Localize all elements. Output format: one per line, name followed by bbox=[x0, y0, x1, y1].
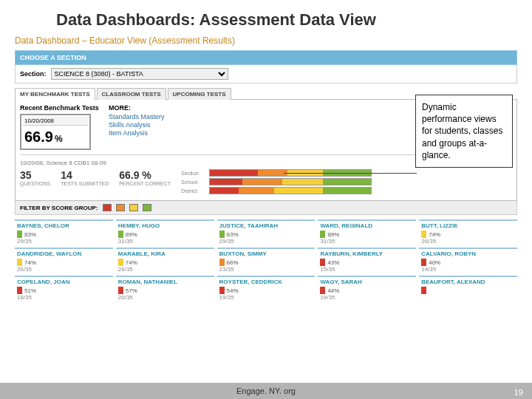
student-fraction: 26/35 bbox=[17, 266, 111, 273]
footer-text: Engage. NY. org bbox=[236, 386, 296, 395]
filter-green[interactable] bbox=[143, 204, 151, 211]
score-chip bbox=[421, 231, 426, 238]
student-fraction: 19/35 bbox=[219, 294, 313, 301]
score-chip bbox=[118, 259, 123, 266]
student-name: ROMAN, NATHANIEL bbox=[118, 279, 212, 285]
score-chip bbox=[421, 287, 426, 294]
student-percent: 83% bbox=[227, 231, 239, 238]
student-percent: 51% bbox=[24, 287, 36, 294]
student-card[interactable]: WARD, REGINALD89%31/35 bbox=[318, 219, 416, 246]
student-card[interactable]: BEAUFORT, ALEXAND bbox=[419, 276, 517, 302]
recent-tests-title: Recent Benchmark Tests bbox=[20, 104, 101, 112]
score-chip bbox=[118, 287, 123, 294]
more-header: MORE: bbox=[109, 104, 165, 112]
score-card[interactable]: 10/20/2008 66.9 % bbox=[20, 114, 91, 150]
student-name: BUTT, LIZZIE bbox=[421, 222, 515, 229]
student-percent: 66% bbox=[227, 259, 239, 266]
score-chip bbox=[17, 287, 22, 294]
student-fraction: 26/35 bbox=[118, 266, 212, 273]
student-fraction: 31/35 bbox=[118, 238, 212, 245]
score-chip bbox=[421, 259, 426, 266]
student-grid: BAYNES, CHELOR83%29/35HEMBY, HUGO89%31/3… bbox=[15, 219, 517, 302]
student-name: JUSTICE, TAAHIRAH bbox=[219, 222, 313, 229]
more-links: MORE: Standards Mastery Skills Analysis … bbox=[109, 104, 165, 150]
tab-my-benchmark[interactable]: MY BENCHMARK TESTS bbox=[15, 88, 95, 100]
slide-title: Data Dashboards: Assessment Data View bbox=[0, 0, 532, 37]
student-name: BAYNES, CHELOR bbox=[17, 222, 111, 229]
student-name: RAYBURN, KIMBERLY bbox=[320, 250, 414, 257]
stat-percent-label: PERCENT CORRECT bbox=[119, 181, 171, 187]
student-card[interactable]: BUTT, LIZZIE74%26/35 bbox=[419, 219, 517, 246]
student-fraction: 18/35 bbox=[17, 294, 111, 301]
student-fraction: 14/35 bbox=[421, 266, 515, 273]
student-name: WARD, REGINALD bbox=[320, 222, 414, 229]
link-skills-analysis[interactable]: Skills Analysis bbox=[109, 121, 165, 129]
summary-stats-row: 35QUESTIONS 14TESTS SUBMITTED 66.9 %PERC… bbox=[20, 169, 512, 196]
student-percent: 54% bbox=[227, 287, 239, 294]
student-card[interactable]: JUSTICE, TAAHIRAH83%29/35 bbox=[217, 219, 316, 246]
page-number: 19 bbox=[514, 388, 523, 397]
student-percent: 44% bbox=[327, 287, 339, 294]
score-value: 66.9 bbox=[24, 129, 53, 146]
student-card[interactable]: CALVARIO, ROBYN40%14/35 bbox=[419, 248, 517, 274]
student-card[interactable]: MARABLE, KIRA74%26/35 bbox=[116, 248, 214, 274]
student-card[interactable]: WAGY, SARAH44%19/35 bbox=[318, 276, 416, 302]
student-card[interactable]: RAYBURN, KIMBERLY43%15/35 bbox=[318, 248, 416, 274]
stat-submitted-value: 14 bbox=[61, 169, 109, 181]
score-chip bbox=[17, 259, 22, 266]
section-label: Section: bbox=[20, 70, 47, 78]
student-fraction: 26/35 bbox=[421, 238, 515, 245]
tab-upcoming[interactable]: UPCOMING TESTS bbox=[168, 88, 231, 100]
filter-label: FILTER BY SCORE GROUP: bbox=[20, 205, 98, 211]
link-standards-mastery[interactable]: Standards Mastery bbox=[109, 113, 165, 120]
student-percent: 40% bbox=[429, 259, 440, 266]
footer-bar: Engage. NY. org 19 bbox=[0, 383, 532, 399]
student-card[interactable]: ROMAN, NATHANIEL57%20/35 bbox=[116, 276, 214, 302]
filter-orange[interactable] bbox=[116, 204, 125, 211]
section-dropdown[interactable]: SCIENCE 8 (3080) - BATISTA bbox=[51, 68, 228, 80]
student-name: HEMBY, HUGO bbox=[118, 222, 212, 229]
stat-submitted-label: TESTS SUBMITTED bbox=[61, 181, 109, 187]
student-card[interactable]: COPELAND, JOAN51%18/35 bbox=[15, 276, 113, 302]
student-fraction: 23/35 bbox=[219, 266, 313, 273]
student-name: WAGY, SARAH bbox=[320, 279, 414, 285]
student-card[interactable]: BUXTON, SIMMY66%23/35 bbox=[217, 248, 316, 274]
score-chip bbox=[320, 259, 325, 266]
student-fraction: 29/35 bbox=[219, 238, 313, 245]
score-chip bbox=[320, 231, 325, 238]
score-chip bbox=[320, 287, 325, 294]
stat-questions-label: QUESTIONS bbox=[20, 181, 50, 187]
bar-district bbox=[209, 187, 372, 194]
dashboard-subtitle: Data Dashboard – Educator View (Assessme… bbox=[15, 35, 517, 46]
score-chip bbox=[219, 231, 225, 238]
student-fraction: 19/35 bbox=[320, 294, 414, 301]
stat-percent-value: 66.9 % bbox=[119, 169, 171, 181]
student-card[interactable]: BAYNES, CHELOR83%29/35 bbox=[15, 219, 113, 246]
filter-bar: FILTER BY SCORE GROUP: bbox=[15, 201, 517, 215]
choose-section-header: CHOOSE A SECTION bbox=[15, 50, 517, 65]
bar-label-section: Section: bbox=[181, 171, 209, 176]
student-percent: 89% bbox=[327, 231, 339, 238]
link-item-analysis[interactable]: Item Analysis bbox=[109, 129, 165, 137]
student-card[interactable]: HEMBY, HUGO89%31/35 bbox=[116, 219, 214, 246]
student-percent: 89% bbox=[126, 231, 137, 238]
student-percent: 74% bbox=[24, 259, 36, 266]
filter-red[interactable] bbox=[103, 204, 112, 211]
student-name: MARABLE, KIRA bbox=[118, 250, 212, 257]
student-card[interactable]: ROYSTER, CEDDRICK54%19/35 bbox=[217, 276, 316, 302]
student-fraction: 29/35 bbox=[17, 238, 111, 245]
score-chip bbox=[17, 231, 22, 238]
tab-classroom[interactable]: CLASSROOM TESTS bbox=[97, 88, 166, 100]
student-percent: 43% bbox=[327, 259, 339, 266]
student-fraction: 31/35 bbox=[320, 238, 414, 245]
student-name: BEAUFORT, ALEXAND bbox=[421, 279, 515, 285]
student-card[interactable]: DANDRIDGE, WAYLON74%26/35 bbox=[15, 248, 113, 274]
bar-school bbox=[209, 178, 372, 185]
score-chip bbox=[219, 259, 225, 266]
student-name: DANDRIDGE, WAYLON bbox=[17, 250, 111, 257]
bar-label-district: District: bbox=[181, 188, 209, 194]
score-chip bbox=[118, 231, 123, 238]
recent-tests-box: Recent Benchmark Tests 10/20/2008 66.9 % bbox=[20, 104, 101, 150]
student-fraction: 15/35 bbox=[320, 266, 414, 273]
filter-yellow[interactable] bbox=[129, 204, 138, 211]
